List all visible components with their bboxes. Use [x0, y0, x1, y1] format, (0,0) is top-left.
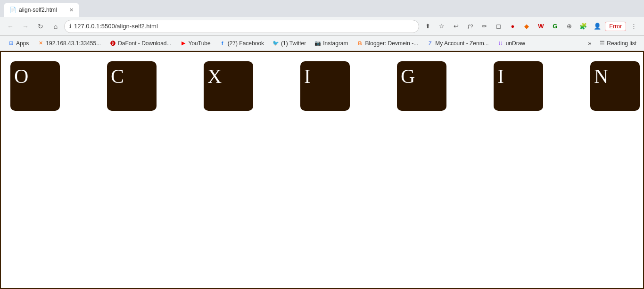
box-container: O C X I G I N [10, 61, 634, 111]
letter-box-o: O [10, 61, 60, 111]
letter-box-i: I [300, 61, 350, 111]
letter-n: N [594, 65, 608, 88]
dafont-favicon: 🅓 [109, 40, 116, 47]
letter-g: G [401, 65, 415, 88]
apps-favicon: ⊞ [8, 40, 14, 47]
nav-bar: ← → ↻ ⌂ ℹ 127.0.0.1:5500/align-self2.htm… [0, 17, 644, 36]
addon5-icon[interactable]: ⊕ [562, 20, 576, 33]
letter-i: I [304, 65, 311, 88]
undraw-favicon: U [497, 40, 504, 47]
ip-favicon: ✕ [37, 40, 44, 47]
share-icon[interactable]: ⬆ [421, 20, 434, 33]
tab-favicon: 📄 [9, 7, 16, 13]
instagram-favicon: 📷 [314, 40, 321, 47]
bookmark-dafont-label: DaFont - Download... [118, 40, 171, 47]
letter-o: O [14, 65, 28, 88]
forward-button[interactable]: → [19, 20, 32, 33]
back-button[interactable]: ← [4, 20, 17, 33]
more-icon: » [588, 40, 592, 47]
nav-icons: ⬆ ☆ ↩ ƒ? ✏ ◻ ● ◆ W G ⊕ 🧩 👤 Error ⋮ [421, 20, 640, 33]
bookmark-facebook-label: (27) Facebook [228, 40, 264, 47]
history-icon[interactable]: ↩ [449, 20, 462, 33]
letter-c: C [111, 65, 124, 88]
profile-icon[interactable]: 👤 [591, 20, 604, 33]
addon2-icon[interactable]: ◆ [520, 20, 533, 33]
letter-box-x: X [204, 61, 253, 111]
menu-button[interactable]: ⋮ [627, 20, 640, 33]
bookmark-youtube[interactable]: ▶ YouTube [176, 38, 215, 49]
reading-list-button[interactable]: ☰ Reading list [596, 38, 640, 49]
webpage: O C X I G I N [1, 52, 643, 288]
bookmark-ip[interactable]: ✕ 192.168.43.1:33455... [33, 38, 105, 49]
youtube-favicon: ▶ [180, 40, 187, 47]
letter-box-n: N [590, 61, 640, 111]
bookmark-zenm[interactable]: Z My Account - Zenm... [423, 38, 492, 49]
letter-x: X [207, 65, 222, 88]
reading-list-label: Reading list [607, 40, 636, 47]
bookmark-apps-label: Apps [16, 40, 29, 47]
zenm-favicon: Z [427, 40, 433, 47]
bookmark-twitter[interactable]: 🐦 (1) Twitter [269, 38, 310, 49]
addon6-icon[interactable]: 🧩 [577, 20, 590, 33]
browser-chrome: 📄 align-self2.html ✕ ← → ↻ ⌂ ℹ 127.0.0.1… [0, 0, 644, 289]
formula-icon[interactable]: ƒ? [463, 20, 477, 33]
letter-i2: I [497, 65, 504, 88]
bookmarks-more-button[interactable]: » [585, 38, 595, 49]
addon3-icon[interactable]: W [534, 20, 547, 33]
error-button[interactable]: Error [605, 22, 626, 31]
tab-close-icon[interactable]: ✕ [69, 7, 74, 13]
twitter-favicon: 🐦 [272, 40, 279, 47]
bookmark-ip-label: 192.168.43.1:33455... [46, 40, 101, 47]
facebook-favicon: f [219, 40, 226, 47]
bookmark-blogger[interactable]: B Blogger: Devmein -... [353, 38, 422, 49]
lock-icon: ℹ [69, 23, 71, 29]
letter-box-i2: I [494, 61, 543, 111]
bookmark-undraw[interactable]: U unDraw [494, 38, 529, 49]
browser-content: O C X I G I N [0, 51, 644, 289]
bookmark-apps[interactable]: ⊞ Apps [4, 38, 33, 49]
address-bar-text: 127.0.0.1:5500/align-self2.html [74, 23, 158, 30]
bookmark-facebook[interactable]: f (27) Facebook [215, 38, 268, 49]
reading-list-icon: ☰ [600, 40, 605, 47]
reload-button[interactable]: ↻ [34, 20, 47, 33]
addon1-icon[interactable]: ● [506, 20, 519, 33]
address-bar-container[interactable]: ℹ 127.0.0.1:5500/align-self2.html [64, 20, 419, 33]
letter-box-c: C [107, 61, 157, 111]
bookmark-dafont[interactable]: 🅓 DaFont - Download... [106, 38, 175, 49]
pen-icon[interactable]: ✏ [478, 20, 491, 33]
home-button[interactable]: ⌂ [49, 20, 62, 33]
bookmark-blogger-label: Blogger: Devmein -... [365, 40, 419, 47]
tab-bar: 📄 align-self2.html ✕ [0, 0, 644, 17]
bookmark-star-icon[interactable]: ☆ [435, 20, 448, 33]
bookmark-zenm-label: My Account - Zenm... [435, 40, 488, 47]
tab-title: align-self2.html [19, 7, 57, 13]
active-tab[interactable]: 📄 align-self2.html ✕ [4, 3, 79, 17]
bookmark-youtube-label: YouTube [189, 40, 211, 47]
bookmark-undraw-label: unDraw [506, 40, 525, 47]
bookmark-instagram[interactable]: 📷 Instagram [311, 38, 352, 49]
screenshot-icon[interactable]: ◻ [492, 20, 505, 33]
bookmark-twitter-label: (1) Twitter [281, 40, 306, 47]
bookmarks-bar: ⊞ Apps ✕ 192.168.43.1:33455... 🅓 DaFont … [0, 36, 644, 51]
bookmark-instagram-label: Instagram [323, 40, 348, 47]
addon4-icon[interactable]: G [548, 20, 561, 33]
letter-box-g: G [397, 61, 446, 111]
blogger-favicon: B [357, 40, 363, 47]
